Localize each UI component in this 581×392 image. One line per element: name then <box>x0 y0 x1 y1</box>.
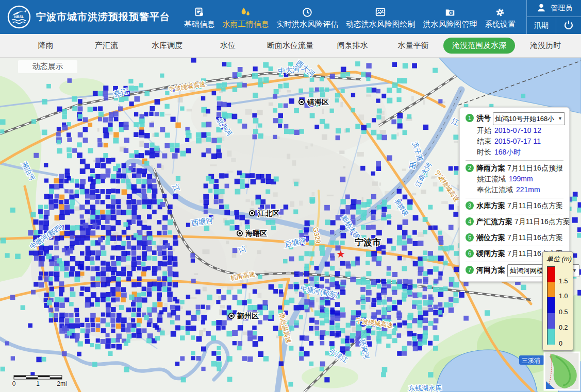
subrow-value: 168小时 <box>494 148 521 156</box>
legend-title: 单位 (m) <box>546 254 571 264</box>
panel-item-value: 7月11日16点方案 <box>514 217 570 226</box>
scale-label-2mi: 2mi <box>57 380 67 387</box>
tab-水位[interactable]: 水位 <box>197 38 258 54</box>
tab-label: 产汇流 <box>86 38 127 54</box>
nav-item-系统设置[interactable]: 系统设置 <box>485 7 516 29</box>
panel-divider <box>466 214 563 214</box>
legend-segment-1.0-1.5 <box>547 282 555 297</box>
nav-item-基础信息[interactable]: 基础信息 <box>184 7 215 29</box>
tab-label: 水位 <box>211 38 244 54</box>
chart-icon <box>375 7 386 18</box>
nav-item-水雨工情信息[interactable]: 水雨工情信息 <box>222 7 269 29</box>
gear-icon <box>494 7 506 18</box>
user-label: 管理员 <box>551 4 572 13</box>
app-logo-icon: NBSL <box>7 5 31 29</box>
user-icon <box>536 2 547 15</box>
step-number-badge: 7 <box>466 266 474 274</box>
brand: NBSL 宁波市城市洪涝预报预警平台 <box>0 0 176 34</box>
svg-text:海曙区: 海曙区 <box>245 229 267 237</box>
tab-水量平衡[interactable]: 水量平衡 <box>383 38 444 54</box>
tab-label: 闸泵排水 <box>328 38 377 54</box>
step-number-badge: 3 <box>466 201 474 210</box>
overview-minimap[interactable] <box>544 352 579 390</box>
panel-subrow-结束: 结束2015-07-17 11 <box>466 136 563 147</box>
panel-item-value: 7月11日16点方案 <box>507 233 563 242</box>
nav-item-label: 动态洪水风险图绘制 <box>346 20 416 29</box>
panel-subrow-时长: 时长168小时 <box>466 147 563 158</box>
header-right-box: 管理员 汛期 <box>526 0 581 34</box>
legend-tick-1.0: 1.0 <box>559 293 568 300</box>
tab-label: 水量平衡 <box>389 38 437 54</box>
tab-水库调度[interactable]: 水库调度 <box>137 38 197 54</box>
nav-item-label: 水雨工情信息 <box>222 20 269 29</box>
panel-item-潮位方案: 5潮位方案7月11日16点方案 <box>466 232 563 243</box>
svg-text:甬: 甬 <box>408 160 418 170</box>
legend-color-bar <box>547 266 555 345</box>
chevron-down-icon: ▼ <box>558 113 562 124</box>
legend-tick-0.5: 0.5 <box>559 309 568 316</box>
dynamic-display-button[interactable]: 动态展示 <box>18 60 77 73</box>
tab-断面水位流量[interactable]: 断面水位流量 <box>258 38 322 54</box>
svg-text:NBSL: NBSL <box>14 15 24 19</box>
panel-item-label: 潮位方案 <box>476 233 505 242</box>
map-label-东钱湖水库: 东钱湖水库 <box>408 384 442 392</box>
map-area[interactable]: 慈江宁波绕城高速中大河西大河镇海区北大河滨子港江甬宁波绕城高速江南大河界牌碶湖泊… <box>0 58 581 392</box>
folder-lock-icon <box>444 7 456 18</box>
document-icon <box>194 7 205 18</box>
legend-tick-1.5: 1.5 <box>559 278 568 285</box>
step-number-badge: 2 <box>466 164 474 172</box>
panel-item-value: 7月11日16点方案 <box>507 201 563 210</box>
tab-淹没历时[interactable]: 淹没历时 <box>515 38 576 54</box>
main-nav: 基础信息水雨工情信息实时洪水风险评估动态洪水风险图绘制洪水风险图管理系统设置 <box>176 0 526 34</box>
svg-text:江北区: 江北区 <box>257 209 279 217</box>
panel-divider <box>466 198 563 198</box>
tab-降雨[interactable]: 降雨 <box>15 38 76 54</box>
flood-season-button[interactable]: 汛期 <box>527 17 556 34</box>
nav-item-实时洪水风险评估[interactable]: 实时洪水风险评估 <box>276 7 338 29</box>
panel-subrow-开始: 开始2015-07-10 12 <box>466 125 563 136</box>
洪号-select[interactable]: 灿鸿10号开始168小▼ <box>493 112 565 125</box>
tab-label: 降雨 <box>29 38 62 54</box>
panel-item-产汇流方案: 4产汇流方案7月11日16点方案 <box>466 216 563 227</box>
panel-item-label: 降雨方案 <box>476 164 505 172</box>
panel-item-label: 洪号 <box>476 114 491 122</box>
clock-icon <box>302 7 313 18</box>
subrow-label: 结束 <box>477 137 491 145</box>
logout-button[interactable] <box>556 17 581 34</box>
svg-text:三溪浦: 三溪浦 <box>522 357 540 364</box>
nav-item-动态洪水风险图绘制[interactable]: 动态洪水风险图绘制 <box>346 7 416 29</box>
nav-item-label: 基础信息 <box>184 20 215 29</box>
legend-tick-0: 0 <box>559 340 562 347</box>
step-number-badge: 6 <box>466 249 474 258</box>
nav-item-label: 系统设置 <box>485 20 516 29</box>
water-drops-icon <box>240 7 251 18</box>
sub-tab-bar: 降雨产汇流水库调度水位断面水位流量闸泵排水水量平衡淹没范围及水深淹没历时 <box>0 34 581 58</box>
nav-item-洪水风险图管理[interactable]: 洪水风险图管理 <box>423 7 477 29</box>
subrow-label: 时长 <box>477 148 491 156</box>
panel-item-label: 水库方案 <box>476 201 505 210</box>
subrow-value: 2015-07-10 12 <box>494 126 541 134</box>
legend-segment-0.5-1.0 <box>547 297 555 313</box>
subrow-value: 221mm <box>516 185 540 194</box>
panel-subrow-姚江流域: 姚江流域199mm <box>466 174 563 184</box>
step-number-badge: 4 <box>466 217 474 226</box>
panel-item-label: 河网方案 <box>476 266 505 274</box>
svg-text:鄞州区: 鄞州区 <box>237 312 259 320</box>
panel-item-label: 碶闸方案 <box>476 249 505 258</box>
scale-label-0: 0 <box>12 380 16 387</box>
tab-淹没范围及水深[interactable]: 淹没范围及水深 <box>443 38 515 54</box>
nav-item-label: 实时洪水风险评估 <box>276 20 338 29</box>
panel-item-value: 7月11日16点预报 <box>507 164 563 172</box>
nav-item-label: 洪水风险图管理 <box>423 20 477 29</box>
panel-item-水库方案: 3水库方案7月11日16点方案 <box>466 200 563 211</box>
svg-text:东钱湖水库: 东钱湖水库 <box>408 384 442 392</box>
user-menu[interactable]: 管理员 <box>527 0 581 17</box>
subrow-label: 姚江流域 <box>477 175 506 183</box>
tab-label: 淹没历时 <box>521 38 570 54</box>
tab-产汇流[interactable]: 产汇流 <box>76 38 137 54</box>
panel-divider <box>466 160 563 161</box>
map-label-甬: 甬 <box>408 160 418 170</box>
legend-segment-1.5+ <box>547 267 555 282</box>
tab-闸泵排水[interactable]: 闸泵排水 <box>322 38 383 54</box>
city-star-icon: ★ <box>336 248 345 260</box>
